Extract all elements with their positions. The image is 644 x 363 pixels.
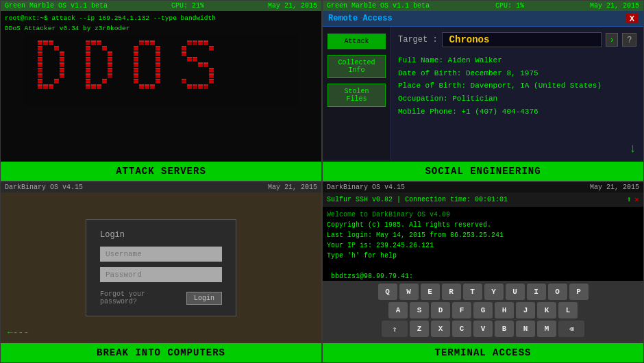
se-os-label: Green Marble OS v1.1 beta xyxy=(327,2,430,10)
terminal-output: Welcome to DarkBinary OS v4.09 Copyright… xyxy=(323,207,643,281)
ssh-resize-icon[interactable]: ⬆ xyxy=(627,195,632,205)
login-area: Login Forgot your password? Login ←--- xyxy=(1,192,321,343)
ra-occupation-line: Occupation: Politician xyxy=(398,92,636,105)
term-line-2: Copyright (c) 1985. All rights reserved. xyxy=(327,220,639,230)
login-os-label: DarkBinary OS v4.15 xyxy=(5,184,83,191)
forgot-password-link[interactable]: Forgot your password? xyxy=(100,290,186,305)
attack-section-label: ATTACK SERVERS xyxy=(1,162,321,181)
kb-m[interactable]: M xyxy=(537,321,556,337)
ra-dob-label: Date of Birth: December 8, 1975 xyxy=(398,69,538,77)
remote-access-window: Remote Access X Attack Collected Info St… xyxy=(323,11,643,162)
ddos-display xyxy=(24,35,298,107)
kb-l[interactable]: L xyxy=(558,302,578,318)
term-line-3: Last login: May 14, 2015 from 86.253.25.… xyxy=(327,230,639,240)
break-section-label: BREAK INTO COMPUTERS xyxy=(1,343,321,362)
username-input[interactable] xyxy=(100,247,222,262)
break-into-panel: DarkBinary OS v4.15 May 21, 2015 Login F… xyxy=(0,182,322,363)
ra-help-button[interactable]: ? xyxy=(622,33,636,47)
ra-phone-line: Mobile Phone: +1 (407) 404-4376 xyxy=(398,105,636,118)
kb-x[interactable]: X xyxy=(431,321,450,337)
kb-z[interactable]: Z xyxy=(410,321,429,337)
kb-e[interactable]: E xyxy=(421,284,440,300)
ssh-icons: ⬆ ✕ xyxy=(627,195,639,205)
main-grid: Green Marble OS v1.1 beta CPU: 21% May 2… xyxy=(0,0,644,363)
kb-y[interactable]: Y xyxy=(484,284,504,300)
password-input[interactable] xyxy=(100,267,222,282)
ra-title: Remote Access xyxy=(328,14,393,23)
kb-row-2: A S D F G H J K L xyxy=(327,302,639,318)
term-line-5: Type 'h' for help xyxy=(327,251,639,261)
kb-r[interactable]: R xyxy=(442,284,461,300)
ra-titlebar: Remote Access X xyxy=(323,11,643,27)
ssh-label: Sulfur SSH v0.82 | Connection time: 00:0… xyxy=(327,196,508,203)
ra-target-value: Chronos xyxy=(442,32,602,47)
kb-f[interactable]: F xyxy=(452,302,471,318)
ra-scroll-arrow: ↓ xyxy=(629,142,636,155)
kb-b[interactable]: B xyxy=(495,321,514,337)
term-os-label: DarkBinary OS v4.15 xyxy=(327,184,405,191)
term-line-1: Welcome to DarkBinary OS v4.09 xyxy=(327,210,639,220)
terminal-access-panel: DarkBinary OS v4.15 May 21, 2015 Sulfur … xyxy=(322,182,644,363)
ra-nav-button[interactable]: › xyxy=(606,33,618,47)
kb-s[interactable]: S xyxy=(410,302,429,318)
attack-top-bar: Green Marble OS v1.1 beta CPU: 21% May 2… xyxy=(1,1,321,11)
term-line-6 xyxy=(327,261,639,271)
login-title: Login xyxy=(100,230,222,240)
kb-row-3: ⇧ Z X C V B N M ⌫ xyxy=(327,321,639,337)
term-date-label: May 21, 2015 xyxy=(590,184,639,191)
login-date-label: May 21, 2015 xyxy=(268,184,317,191)
login-top-bar: DarkBinary OS v4.15 May 21, 2015 xyxy=(1,182,321,192)
kb-w[interactable]: W xyxy=(399,284,419,300)
ra-occupation-label: Occupation: Politician xyxy=(398,95,497,103)
kb-h[interactable]: H xyxy=(495,302,514,318)
ra-content: Attack Collected Info Stolen Files Targe… xyxy=(323,27,643,160)
ra-fullname-label: Full Name: Aiden Walker xyxy=(398,56,502,64)
ra-close-button[interactable]: X xyxy=(626,14,638,23)
keyboard-area: Q W E R T Y U I O P A S D F G H J K L xyxy=(323,281,643,343)
kb-shift[interactable]: ⇧ xyxy=(382,321,408,337)
kb-n[interactable]: N xyxy=(516,321,535,337)
kb-v[interactable]: V xyxy=(473,321,493,337)
attack-date-label: May 21, 2015 xyxy=(268,2,317,10)
ra-fullname-line: Full Name: Aiden Walker xyxy=(398,54,636,67)
ra-pob-line: Place of Birth: Davenport, IA (United St… xyxy=(398,79,636,92)
attack-cmd-1: root@nxt:~$ attack --ip 169.254.1.132 --… xyxy=(5,14,317,23)
kb-backspace[interactable]: ⌫ xyxy=(558,321,584,337)
attack-terminal-area: root@nxt:~$ attack --ip 169.254.1.132 --… xyxy=(1,11,321,162)
ra-phone-partial: Mobile Phone: +1 (407) 404-4376 xyxy=(398,108,538,116)
login-footer: Forgot your password? Login xyxy=(100,290,222,305)
ra-target-label: Target : xyxy=(398,35,438,45)
ra-pob-label: Place of Birth: Davenport, IA (United St… xyxy=(398,82,602,90)
ra-attack-button[interactable]: Attack xyxy=(327,34,386,49)
attack-servers-panel: Green Marble OS v1.1 beta CPU: 21% May 2… xyxy=(0,0,322,182)
social-engineering-panel: Green Marble OS v1.1 beta CPU: 1% May 21… xyxy=(322,0,644,182)
attack-cmd-2: DDoS Attacker v0.34 by z3r0koder xyxy=(5,24,317,33)
kb-a[interactable]: A xyxy=(388,302,408,318)
kb-q[interactable]: Q xyxy=(378,284,397,300)
attack-cpu-label: CPU: 21% xyxy=(171,2,204,10)
kb-d[interactable]: D xyxy=(431,302,450,318)
kb-c[interactable]: C xyxy=(452,321,471,337)
ra-collected-button[interactable]: Collected Info xyxy=(327,55,386,78)
kb-k[interactable]: K xyxy=(537,302,556,318)
ra-dob-line: Date of Birth: December 8, 1975 xyxy=(398,67,636,80)
ssh-close-icon[interactable]: ✕ xyxy=(634,195,639,205)
kb-j[interactable]: J xyxy=(516,302,535,318)
kb-i[interactable]: I xyxy=(527,284,546,300)
ra-main-content: Target : Chronos › ? Full Name: Aiden Wa… xyxy=(391,27,643,160)
term-line-4: Your IP is: 239.245.26.121 xyxy=(327,240,639,251)
term-prompt: bbdtzs1@98.99.79.41: xyxy=(327,271,639,281)
ra-target-row: Target : Chronos › ? xyxy=(398,32,636,47)
kb-u[interactable]: U xyxy=(506,284,525,300)
login-button[interactable]: Login xyxy=(186,292,222,305)
se-section-label: SOCIAL ENGINEERING xyxy=(323,162,643,181)
kb-t[interactable]: T xyxy=(463,284,482,300)
kb-g[interactable]: G xyxy=(473,302,493,318)
ra-stolen-button[interactable]: Stolen Files xyxy=(327,84,386,107)
kb-p[interactable]: P xyxy=(569,284,589,300)
terminal-section-label: TERMINAL ACCESS xyxy=(323,343,643,362)
se-top-bar: Green Marble OS v1.1 beta CPU: 1% May 21… xyxy=(323,1,643,11)
kb-o[interactable]: O xyxy=(548,284,567,300)
ssh-arrow: ←--- xyxy=(8,327,29,338)
kb-row-1: Q W E R T Y U I O P xyxy=(327,284,639,300)
